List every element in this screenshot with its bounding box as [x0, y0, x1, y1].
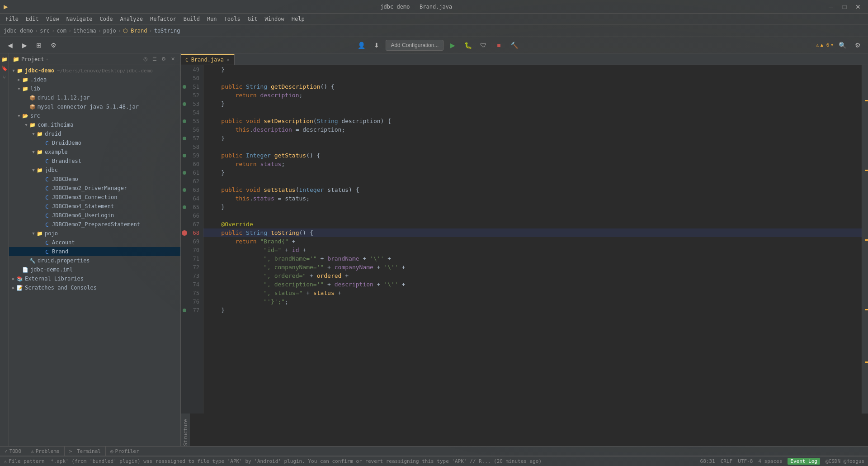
- statusbar-crlf[interactable]: CRLF: [721, 458, 733, 464]
- tree-item-druid-props[interactable]: ▶ 🔧 druid.properties: [9, 256, 180, 265]
- tab-profiler[interactable]: ◎ Profiler: [106, 447, 144, 456]
- settings-button[interactable]: ⚙: [47, 39, 60, 52]
- menu-item-help[interactable]: Help: [288, 14, 308, 24]
- build-button[interactable]: 🔨: [508, 39, 520, 52]
- tree-item-jdbcdemo6[interactable]: ▶ C JDBCDemo6_UserLogin: [9, 211, 180, 220]
- run-button[interactable]: ▶: [446, 39, 459, 52]
- menu-item-build[interactable]: Build: [180, 14, 203, 24]
- code-line-61: }: [203, 168, 862, 177]
- tab-brand-java[interactable]: C Brand.java ✕: [181, 54, 235, 65]
- tree-item-jdbc-pkg[interactable]: ▼ 📁 jdbc: [9, 166, 180, 175]
- code-content[interactable]: } public String getDescription() { retur…: [203, 65, 862, 414]
- back-button[interactable]: ◀: [4, 39, 16, 52]
- minimize-button[interactable]: ─: [825, 0, 837, 13]
- tree-item-brand[interactable]: ▶ C Brand: [9, 247, 180, 256]
- line-68: 68: [181, 228, 203, 237]
- tab-close-button[interactable]: ✕: [226, 57, 230, 63]
- project-icon[interactable]: 📁: [0, 55, 9, 63]
- project-locate-button[interactable]: ◎: [142, 55, 150, 63]
- tree-item-jdbcdemo3[interactable]: ▶ C JDBCDemo3_Connection: [9, 193, 180, 202]
- code-line-59: public Integer getStatus() {: [203, 151, 862, 160]
- forward-button[interactable]: ▶: [18, 39, 31, 52]
- warning-badge[interactable]: ⚠ ▲ 6 ▾: [816, 42, 834, 48]
- breadcrumb-pojo[interactable]: pojo: [103, 28, 116, 34]
- close-button[interactable]: ✕: [852, 0, 864, 13]
- tree-item-jdbcdemo4[interactable]: ▶ C JDBCDemo4_Statement: [9, 202, 180, 211]
- breadcrumb-com[interactable]: com: [57, 28, 66, 34]
- menu-item-navigate[interactable]: Navigate: [63, 14, 96, 24]
- tree-item-ext-libs[interactable]: ▶ 📚 External Libraries: [9, 274, 180, 283]
- menu-item-tools[interactable]: Tools: [221, 14, 244, 24]
- profile-button[interactable]: 👤: [355, 39, 368, 52]
- menu-item-run[interactable]: Run: [203, 14, 221, 24]
- tree-item-src[interactable]: ▼ 📂 src: [9, 111, 180, 120]
- tree-item-account[interactable]: ▶ C Account: [9, 238, 180, 247]
- tree-item-pojo[interactable]: ▼ 📁 pojo: [9, 229, 180, 238]
- menu-item-window[interactable]: Window: [261, 14, 288, 24]
- tree-item-jdbcdemo2[interactable]: ▶ C JDBCDemo2_DriverManager: [9, 184, 180, 193]
- druiddemo-class-icon: C: [43, 139, 51, 147]
- menu-item-edit[interactable]: Edit: [22, 14, 42, 24]
- breadcrumb-itheima[interactable]: itheima: [73, 28, 96, 34]
- left-icon-rail: 📁 🔖 ⑂: [0, 53, 9, 446]
- breadcrumb-tostring[interactable]: toString: [154, 28, 180, 34]
- line-52: 52: [181, 91, 203, 100]
- tab-problems[interactable]: ⚠ Problems: [26, 447, 65, 456]
- stop-button[interactable]: ■: [492, 39, 505, 52]
- menu-item-git[interactable]: Git: [244, 14, 261, 24]
- tab-terminal[interactable]: >_ Terminal: [65, 447, 106, 456]
- project-options-button[interactable]: ⚙: [160, 55, 168, 63]
- tree-item-root[interactable]: ▼ 📁 jdbc-demo ~/Users/Lenovo/Desktop/jdb…: [9, 66, 180, 75]
- tab-todo[interactable]: ✓ TODO: [0, 447, 26, 456]
- tree-item-druiddemo[interactable]: ▶ C DruidDemo: [9, 138, 180, 147]
- project-hide-button[interactable]: ✕: [169, 55, 177, 63]
- tree-item-jdbcdemo[interactable]: ▶ C JDBCDemo: [9, 175, 180, 184]
- tree-item-mysql-jar[interactable]: ▶ 📦 mysql-connector-java-5.1.48.jar: [9, 102, 180, 111]
- tree-item-com[interactable]: ▼ 📁 com.itheima: [9, 120, 180, 129]
- tree-item-druid-jar[interactable]: ▶ 📦 druid-1.1.12.jar: [9, 93, 180, 102]
- statusbar-username: @CSDN @Hoogus: [826, 458, 864, 464]
- line-76: 76: [181, 297, 203, 306]
- menu-item-analyze[interactable]: Analyze: [116, 14, 146, 24]
- idea-folder-icon: 📁: [22, 76, 29, 83]
- statusbar-encoding[interactable]: UTF-8: [738, 458, 753, 464]
- breadcrumb-jdbc-demo[interactable]: jdbc-demo: [4, 28, 33, 34]
- menu-item-refactor[interactable]: Refactor: [146, 14, 180, 24]
- tree-item-lib[interactable]: ▼ 📁 lib: [9, 84, 180, 93]
- search-button[interactable]: 🔍: [836, 39, 849, 52]
- tree-item-brandtest[interactable]: ▶ C BrandTest: [9, 157, 180, 166]
- tree-item-idea[interactable]: ▶ 📁 .idea: [9, 75, 180, 84]
- statusbar-indent[interactable]: 4 spaces: [758, 458, 782, 464]
- bookmarks-icon[interactable]: 🔖: [0, 64, 9, 72]
- recent-files-button[interactable]: ⊞: [33, 39, 45, 52]
- tree-item-scratches[interactable]: ▶ 📝 Scratches and Consoles: [9, 283, 180, 292]
- structure-label[interactable]: Structure: [183, 419, 189, 446]
- editor-tabs: C Brand.java ✕: [181, 53, 868, 65]
- breadcrumb-src[interactable]: src: [40, 28, 50, 34]
- run-config-button[interactable]: Add Configuration...: [386, 40, 443, 51]
- statusbar-line-col[interactable]: 68:31: [700, 458, 715, 464]
- code-line-62: [203, 177, 862, 185]
- app-icon: ▶: [4, 2, 8, 11]
- tree-item-jdbcdemo7[interactable]: ▶ C JDBCDemo7_PreparedStatement: [9, 220, 180, 229]
- menu-item-view[interactable]: View: [42, 14, 63, 24]
- settings-gear-button[interactable]: ⚙: [852, 39, 864, 52]
- git-icon[interactable]: ⑂: [0, 73, 9, 81]
- project-dropdown-icon[interactable]: ▾: [46, 57, 48, 62]
- run-coverage-button[interactable]: 🛡: [477, 39, 490, 52]
- event-log-button[interactable]: Event Log: [788, 458, 820, 465]
- menu-item-file[interactable]: File: [2, 14, 22, 24]
- editor-area: C Brand.java ✕ 49 50 51 52 53 54 55 56 5…: [181, 53, 868, 446]
- menu-item-code[interactable]: Code: [96, 14, 117, 24]
- tree-item-iml[interactable]: ▶ 📄 jdbc-demo.iml: [9, 265, 180, 274]
- maximize-button[interactable]: □: [838, 0, 851, 13]
- tree-item-druid-pkg[interactable]: ▼ 📁 druid: [9, 129, 180, 138]
- line-51: 51: [181, 82, 203, 91]
- tree-item-example[interactable]: ▼ 📁 example: [9, 147, 180, 157]
- tree-label-jdbcdemo3: JDBCDemo3_Connection: [52, 194, 118, 200]
- breadcrumb-brand[interactable]: ⬡ Brand: [123, 28, 147, 34]
- breadcrumb: jdbc-demo › src › com › itheima › pojo ›…: [0, 24, 868, 37]
- project-collapse-button[interactable]: ☰: [151, 55, 159, 63]
- git-update-button[interactable]: ⬇: [370, 39, 383, 52]
- debug-button[interactable]: 🐛: [462, 39, 474, 52]
